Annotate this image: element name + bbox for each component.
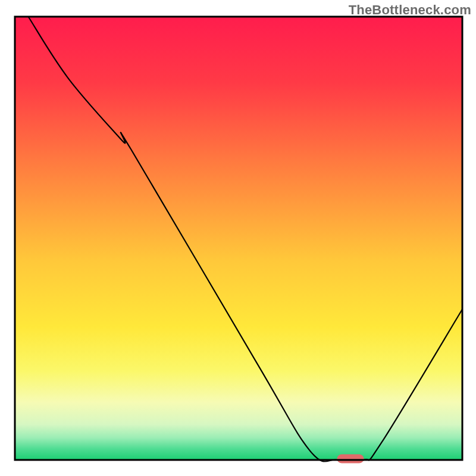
chart-container: TheBottleneck.com (0, 0, 476, 476)
watermark-text: TheBottleneck.com (349, 2, 471, 18)
plot-background (15, 17, 462, 460)
bottleneck-chart (0, 0, 476, 476)
optimal-marker (337, 455, 364, 464)
